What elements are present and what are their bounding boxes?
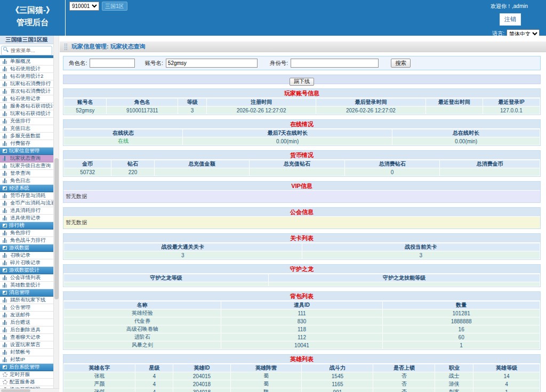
sidebar-horizontal-scrollbar[interactable] (0, 388, 59, 392)
sidebar-section[interactable]: 玩家信息管理 (0, 148, 53, 155)
hero-list-table: 英雄列表 英雄名字星级英雄ID英雄阵营战斗力是否上锁职业英雄等级张苞420401… (63, 354, 541, 392)
sidebar-vertical-scrollbar[interactable] (53, 36, 59, 392)
column-header: 钻石 (111, 160, 154, 168)
server-zone-button[interactable]: 三国1区 (102, 2, 127, 11)
scrollbar-thumb[interactable] (1, 389, 30, 392)
sidebar-item[interactable]: 碎片召唤记录 (0, 259, 53, 267)
menu-item-label: 公告管理 (10, 304, 30, 311)
menu-item-label: 充值日志 (10, 125, 30, 132)
column-header: 最近登出时间 (425, 99, 483, 107)
column-header: 英雄等级 (473, 364, 540, 372)
sidebar-item[interactable]: 查看聊天记录 (0, 334, 53, 341)
menu-item-label: 定时开服 (10, 371, 30, 378)
sidebar-item[interactable]: 道具消耗排行 (0, 207, 53, 215)
breadcrumb: 玩家信息管理: 玩家状态查询 (60, 41, 546, 52)
account-name-input[interactable] (166, 59, 258, 68)
column-header: 金币 (64, 160, 111, 168)
bar-chart-icon (3, 201, 8, 206)
sidebar-item[interactable]: 配置服务器 (0, 379, 53, 386)
sidebar-item[interactable]: 玩家升级日志查询 (0, 162, 53, 170)
menu-search-input[interactable] (1, 46, 52, 55)
sidebar-item[interactable]: 英雄数量统计 (0, 282, 53, 289)
sidebar-item[interactable]: 踢所有玩家下线 (0, 297, 53, 304)
table-row: 英雄经验111101281 (64, 309, 540, 317)
menu-item-label: 发送邮件 (10, 312, 30, 318)
identity-input[interactable] (291, 59, 379, 68)
drag-handle-icon[interactable] (64, 43, 68, 50)
sidebar-item[interactable]: 发送邮件 (0, 312, 53, 319)
sidebar-item[interactable]: 登录查询 (0, 170, 53, 177)
menu-item-label: 游戏数据统计 (9, 267, 39, 274)
sidebar-item[interactable]: 金币产出消耗与流通 (0, 200, 53, 207)
sidebar-item[interactable]: 钻石使用统计2 (0, 73, 53, 80)
sidebar-item[interactable]: 货币存量与消耗 (0, 192, 53, 200)
sidebar-section[interactable]: 游戏数据统计 (0, 267, 53, 274)
sidebar-item[interactable]: 角色排行 (0, 230, 53, 237)
guardian-dragon-table: 守护之龙 守护之龙等级守护之龙技能等级 (63, 264, 541, 287)
sidebar-section[interactable]: 后台系统管理 (0, 364, 53, 371)
bar-chart-icon (3, 208, 8, 213)
account-name-label: 账号名: (144, 60, 163, 67)
sidebar-section[interactable]: 游戏数据 (0, 244, 53, 252)
scrollbar-thumb[interactable] (54, 158, 59, 299)
sidebar-item[interactable]: 公告管理 (0, 304, 53, 312)
menu-item-label: 后台赠送 (10, 319, 30, 326)
bar-chart-icon (3, 156, 8, 161)
sidebar-item[interactable]: 钻石使用记录 (0, 95, 53, 103)
sidebar-item[interactable]: 多服充值数据 (0, 133, 53, 140)
sidebar-section[interactable]: 排行榜 (0, 222, 53, 230)
bar-chart-icon (3, 104, 8, 109)
bar-chart-icon (3, 357, 8, 362)
sidebar-item[interactable]: 玩家钻石获得统计 (0, 110, 53, 118)
sidebar-item[interactable]: 钻石使用统计 (0, 66, 53, 73)
sidebar-item[interactable]: 单服概况 (0, 58, 53, 66)
gear-icon (3, 380, 7, 385)
sidebar-item[interactable]: 充值日志 (0, 125, 53, 133)
menu-item-label: 后台删除道具 (10, 326, 41, 333)
sidebar-item[interactable]: 道具使用记录 (0, 215, 53, 222)
logo-line2: 管理后台 (0, 16, 65, 28)
kick-offline-button[interactable]: 踢下线 (290, 78, 314, 86)
column-header: 数量 (383, 301, 540, 309)
section-icon (3, 291, 7, 295)
sidebar-item[interactable]: 后台赠送 (0, 319, 53, 326)
menu-item-label: 消息管理 (9, 289, 29, 296)
sidebar-item[interactable]: 封禁IP (0, 356, 53, 364)
column-header: 战役当前关卡 (302, 243, 540, 251)
section-icon (3, 186, 7, 190)
menu-item-label: 服务器钻石获得统计 (10, 103, 53, 110)
role-name-input[interactable] (90, 59, 135, 68)
sidebar-item[interactable]: 玩家钻石消费排行 (0, 80, 53, 88)
column-header: 账号名 (64, 99, 107, 107)
column-header: 名称 (64, 301, 221, 309)
sidebar-item[interactable]: 召唤记录 (0, 252, 53, 259)
sidebar-item[interactable]: 封禁帐号 (0, 349, 53, 356)
logout-button[interactable]: 注销 (500, 13, 521, 26)
table-header-row: 守护之龙等级守护之龙技能等级 (64, 274, 540, 282)
sidebar-item[interactable]: 定时开服 (0, 371, 53, 379)
bar-chart-icon (3, 231, 8, 235)
sidebar-item[interactable]: 设置玩家禁言 (0, 341, 53, 349)
column-header: 守护之龙技能等级 (268, 274, 540, 282)
table-title: 英雄列表 (63, 355, 540, 364)
sidebar-item[interactable]: 付费留存 (0, 140, 53, 148)
search-icon (3, 47, 7, 51)
menu-item-label: 货币存量与消耗 (10, 192, 46, 199)
menu-item-label: 封禁IP (10, 356, 25, 363)
sidebar-item[interactable]: 公会详情列表 (0, 274, 53, 282)
sidebar-item[interactable]: 充值排行 (0, 118, 53, 125)
search-button[interactable]: 搜索 (391, 59, 411, 68)
sidebar-section[interactable]: 经济系统 (0, 185, 53, 192)
sidebar-item[interactable]: 服务器钻石获得统计 (0, 103, 53, 110)
sidebar-item[interactable]: 角色战斗力排行 (0, 237, 53, 244)
server-id-select[interactable]: 910001 (69, 2, 99, 11)
bar-chart-icon (3, 74, 8, 79)
sidebar-item[interactable]: 角色日志 (0, 177, 53, 185)
column-header: 是否上锁 (373, 364, 435, 372)
table-row (64, 282, 540, 287)
sidebar-item[interactable]: 首次钻石消费统计 (0, 88, 53, 95)
sidebar-menu: 单服概况钻石使用统计钻石使用统计2玩家钻石消费排行首次钻石消费统计钻石使用记录服… (0, 58, 53, 392)
sidebar-item[interactable]: 后台删除道具 (0, 326, 53, 334)
sidebar-section[interactable]: 消息管理 (0, 289, 53, 297)
sidebar-item[interactable]: 玩家状态查询 (0, 155, 53, 162)
